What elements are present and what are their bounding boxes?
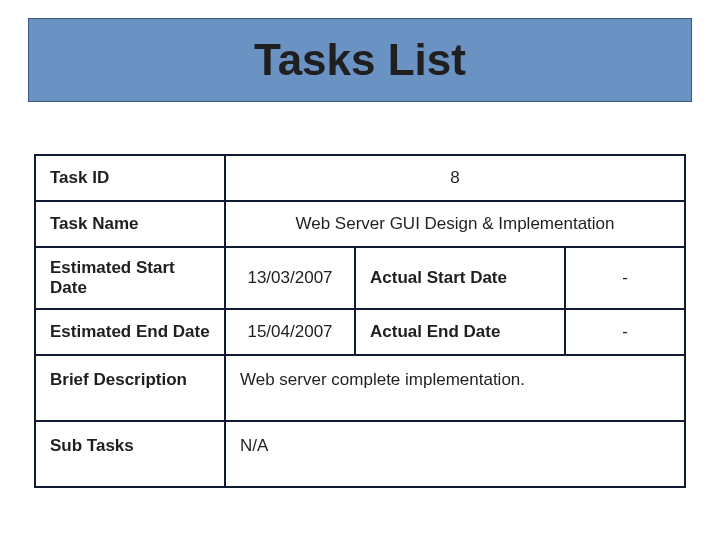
row-task-name: Task Name Web Server GUI Design & Implem… [35, 201, 685, 247]
label-est-start: Estimated Start Date [35, 247, 225, 309]
value-brief-desc: Web server complete implementation. [225, 355, 685, 421]
value-task-name: Web Server GUI Design & Implementation [225, 201, 685, 247]
label-brief-desc: Brief Description [35, 355, 225, 421]
page-title: Tasks List [254, 35, 466, 85]
label-task-name: Task Name [35, 201, 225, 247]
value-est-end: 15/04/2007 [225, 309, 355, 355]
row-brief-desc: Brief Description Web server complete im… [35, 355, 685, 421]
label-est-end: Estimated End Date [35, 309, 225, 355]
value-est-start: 13/03/2007 [225, 247, 355, 309]
value-task-id: 8 [225, 155, 685, 201]
value-sub-tasks: N/A [225, 421, 685, 487]
label-task-id: Task ID [35, 155, 225, 201]
task-table: Task ID 8 Task Name Web Server GUI Desig… [34, 154, 686, 488]
row-sub-tasks: Sub Tasks N/A [35, 421, 685, 487]
row-est-end: Estimated End Date 15/04/2007 Actual End… [35, 309, 685, 355]
row-task-id: Task ID 8 [35, 155, 685, 201]
label-actual-end: Actual End Date [355, 309, 565, 355]
title-banner: Tasks List [28, 18, 692, 102]
label-sub-tasks: Sub Tasks [35, 421, 225, 487]
label-actual-start: Actual Start Date [355, 247, 565, 309]
value-actual-end: - [565, 309, 685, 355]
value-actual-start: - [565, 247, 685, 309]
row-est-start: Estimated Start Date 13/03/2007 Actual S… [35, 247, 685, 309]
